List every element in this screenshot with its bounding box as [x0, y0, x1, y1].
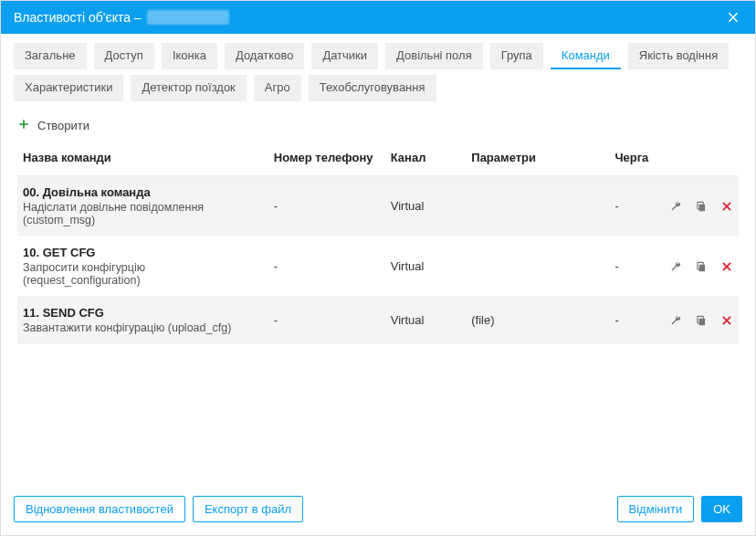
commands-table-wrap: Назва команди Номер телефону Канал Парам… [1, 142, 755, 487]
delete-icon[interactable] [720, 260, 733, 273]
cell-phone: - [268, 176, 385, 236]
cell-channel: Virtual [385, 236, 467, 297]
table-row: 11. SEND CFGЗавантажити конфігурацію (up… [17, 297, 739, 344]
cell-name: 00. Довільна командаНадіслати довільне п… [17, 176, 268, 236]
command-name: 10. GET CFG [23, 246, 263, 259]
create-row: Створити [1, 109, 755, 142]
cell-actions [664, 176, 739, 236]
command-subtitle: Надіслати довільне повідомлення (custom_… [23, 201, 263, 226]
cell-queue: - [609, 297, 664, 344]
col-header-phone: Номер телефону [268, 142, 385, 176]
copy-icon[interactable] [695, 314, 708, 327]
table-row: 10. GET CFGЗапросити конфігурцію (reques… [17, 236, 739, 297]
tab-якість-водіння[interactable]: Якість водіння [628, 43, 729, 69]
delete-icon[interactable] [720, 200, 733, 213]
cancel-button[interactable]: Відмінити [617, 496, 695, 522]
svg-rect-4 [699, 318, 705, 325]
col-header-actions [664, 142, 739, 176]
cell-params: (file) [466, 297, 609, 344]
wrench-icon[interactable] [669, 200, 682, 213]
cell-channel: Virtual [385, 176, 467, 236]
tabs-row-1: ЗагальнеДоступІконкаДодатковоДатчикиДові… [1, 34, 755, 69]
tab-техобслуговування[interactable]: Техобслуговування [309, 75, 436, 101]
wrench-icon[interactable] [669, 260, 682, 273]
table-header-row: Назва команди Номер телефону Канал Парам… [17, 142, 739, 176]
wrench-icon[interactable] [669, 314, 682, 327]
col-header-queue: Черга [609, 142, 664, 176]
cell-phone: - [268, 236, 385, 297]
footer-right: Відмінити OK [617, 496, 742, 522]
cell-params [466, 236, 609, 297]
ok-button[interactable]: OK [701, 496, 742, 522]
footer-left: Відновлення властивостей Експорт в файл [14, 496, 303, 522]
command-name: 00. Довільна команда [23, 185, 263, 199]
table-row: 00. Довільна командаНадіслати довільне п… [17, 176, 739, 236]
copy-icon[interactable] [695, 260, 708, 273]
cell-actions [664, 297, 739, 344]
tab-команди[interactable]: Команди [551, 43, 621, 69]
tab-загальне[interactable]: Загальне [14, 43, 87, 69]
svg-rect-2 [699, 264, 705, 271]
command-subtitle: Завантажити конфігурацію (upload_cfg) [23, 321, 263, 334]
command-name: 11. SEND CFG [23, 306, 263, 320]
delete-icon[interactable] [720, 314, 733, 327]
tab-характеристики[interactable]: Характеристики [14, 75, 123, 101]
copy-icon[interactable] [695, 200, 708, 213]
dialog-title: Властивості об'єкта – [14, 10, 229, 25]
title-object-name-blurred [147, 10, 229, 25]
col-header-name: Назва команди [17, 142, 268, 176]
tab-довільні-поля[interactable]: Довільні поля [385, 43, 483, 69]
tab-додатково[interactable]: Додатково [225, 43, 304, 69]
cell-params [466, 176, 609, 236]
cell-name: 11. SEND CFGЗавантажити конфігурацію (up… [17, 297, 268, 344]
tab-іконка[interactable]: Іконка [162, 43, 217, 69]
table-body: 00. Довільна командаНадіслати довільне п… [17, 176, 739, 344]
cell-name: 10. GET CFGЗапросити конфігурцію (reques… [17, 236, 268, 297]
tab-детектор-поїздок[interactable]: Детектор поїздок [131, 75, 246, 101]
dialog-footer: Відновлення властивостей Експорт в файл … [1, 487, 755, 535]
title-prefix: Властивості об'єкта – [14, 10, 142, 25]
restore-properties-button[interactable]: Відновлення властивостей [14, 496, 185, 522]
cell-queue: - [609, 176, 664, 236]
create-button[interactable]: Створити [37, 119, 89, 132]
svg-rect-0 [699, 204, 705, 211]
commands-table: Назва команди Номер телефону Канал Парам… [17, 142, 739, 344]
close-icon [727, 11, 740, 24]
close-button[interactable] [724, 8, 742, 26]
cell-actions [664, 236, 739, 297]
export-to-file-button[interactable]: Експорт в файл [193, 496, 303, 522]
command-subtitle: Запросити конфігурцію (request_configura… [23, 261, 263, 287]
tab-агро[interactable]: Агро [254, 75, 301, 101]
tab-датчики[interactable]: Датчики [311, 43, 378, 69]
col-header-params: Параметри [466, 142, 609, 176]
titlebar: Властивості об'єкта – [1, 1, 755, 34]
tab-група[interactable]: Група [490, 43, 543, 69]
cell-phone: - [268, 297, 385, 344]
col-header-channel: Канал [385, 142, 467, 176]
tab-доступ[interactable]: Доступ [94, 43, 154, 69]
cell-queue: - [609, 236, 664, 297]
tabs-row-2: ХарактеристикиДетектор поїздокАгроТехобс… [1, 69, 755, 109]
cell-channel: Virtual [385, 297, 467, 344]
object-properties-dialog: Властивості об'єкта – ЗагальнеДоступІкон… [0, 0, 756, 536]
plus-icon[interactable] [17, 118, 30, 133]
